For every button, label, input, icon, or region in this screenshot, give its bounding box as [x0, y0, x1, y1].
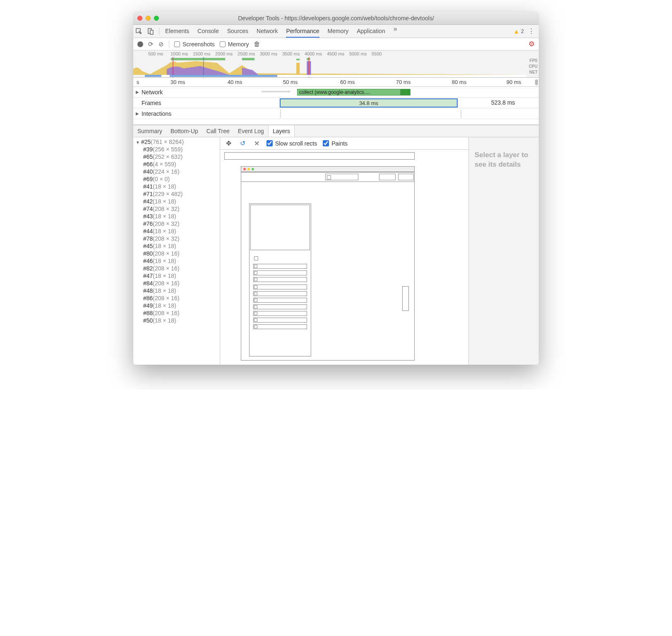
layer-tree-item[interactable]: #49(18 × 18): [133, 302, 220, 309]
screenshots-input[interactable]: [174, 41, 180, 47]
layer-tree-item[interactable]: #42(18 × 18): [133, 198, 220, 205]
screenshots-checkbox[interactable]: Screenshots: [174, 41, 215, 48]
frames-track[interactable]: ▶ Frames 34.8 ms 523.8 ms: [133, 98, 539, 108]
maximize-icon[interactable]: [154, 16, 159, 21]
layer-tree-item[interactable]: #25(761 × 8264): [133, 138, 220, 146]
panel-tabs: Elements Console Sources Network Perform…: [165, 25, 514, 38]
network-request[interactable]: collect (www.google-analytics.…: [297, 89, 401, 96]
expand-icon[interactable]: ▶: [135, 90, 140, 94]
expand-icon[interactable]: ▶: [135, 111, 140, 116]
kebab-menu-icon[interactable]: ⋮: [528, 27, 535, 35]
viz-canvas[interactable]: [220, 150, 468, 365]
frame-item[interactable]: 34.8 ms: [280, 98, 458, 108]
layer-tree-item[interactable]: #45(18 × 18): [133, 242, 220, 250]
layer-tree-item[interactable]: #78(208 × 32): [133, 235, 220, 242]
tab-layers[interactable]: Layers: [268, 125, 295, 137]
memory-input[interactable]: [220, 41, 226, 47]
layer-tree-item[interactable]: #69(0 × 0): [133, 175, 220, 183]
layer-tree-item[interactable]: #50(18 × 18): [133, 317, 220, 324]
network-request-tail[interactable]: [401, 89, 410, 96]
ruler-tick: 80 ms: [452, 79, 466, 85]
layer-detail-pane: Select a layer to see its details: [468, 137, 539, 365]
ruler-tick: 90 ms: [506, 79, 521, 85]
svg-rect-3: [171, 58, 225, 60]
flamechart-ruler[interactable]: s 30 ms 40 ms 50 ms 60 ms 70 ms 80 ms 90…: [133, 78, 539, 87]
tab-sources[interactable]: Sources: [227, 25, 248, 38]
record-icon[interactable]: [137, 41, 143, 47]
tab-summary[interactable]: Summary: [133, 125, 166, 137]
tab-elements[interactable]: Elements: [165, 25, 189, 38]
fps-label: FPS: [529, 58, 538, 64]
settings-gear-icon[interactable]: ⚙: [528, 40, 535, 48]
layer-tree-item[interactable]: #44(18 × 18): [133, 227, 220, 235]
reset-icon[interactable]: ⤧: [252, 139, 261, 147]
pan-icon[interactable]: ✥: [224, 139, 233, 147]
warning-count: 2: [521, 28, 524, 34]
tab-call-tree[interactable]: Call Tree: [202, 125, 234, 137]
detail-message: Select a layer to see its details: [475, 151, 533, 170]
layers-panel: #25(761 × 8264)#39(256 × 559)#65(252 × 6…: [133, 137, 539, 365]
trash-icon[interactable]: 🗑: [254, 41, 260, 48]
rotate-icon[interactable]: ↺: [238, 139, 247, 147]
overview-net-lane: [145, 75, 526, 77]
main-toolbar: Elements Console Sources Network Perform…: [133, 25, 539, 38]
close-icon[interactable]: [137, 16, 142, 21]
ruler-tick: 60 ms: [340, 79, 355, 85]
layer-tree-item[interactable]: #41(18 × 18): [133, 183, 220, 190]
layer-tree-item[interactable]: #65(252 × 632): [133, 153, 220, 160]
tab-performance[interactable]: Performance: [286, 25, 319, 38]
layer-tree-item[interactable]: #47(18 × 18): [133, 272, 220, 280]
layer-tree-item[interactable]: #74(208 × 32): [133, 205, 220, 213]
layer-tree-item[interactable]: #43(18 × 18): [133, 213, 220, 220]
device-icon[interactable]: [145, 28, 156, 35]
ruler-tick: 30 ms: [170, 79, 185, 85]
paints-label: Paints: [331, 140, 348, 147]
tab-memory[interactable]: Memory: [328, 25, 349, 38]
more-tabs-icon[interactable]: »: [394, 25, 397, 38]
layer-tree-item[interactable]: #82(208 × 16): [133, 265, 220, 272]
layer-tree-item[interactable]: #71(229 × 482): [133, 190, 220, 198]
tab-event-log[interactable]: Event Log: [234, 125, 268, 137]
minimize-icon[interactable]: [146, 16, 151, 21]
layer-tree-item[interactable]: #40(224 × 16): [133, 168, 220, 175]
layer-tree-item[interactable]: #46(18 × 18): [133, 257, 220, 265]
layer-tree-item[interactable]: #66(4 × 559): [133, 160, 220, 168]
overview-pane[interactable]: 500 ms1000 ms1500 ms2000 ms2500 ms3000 m…: [133, 50, 539, 78]
clear-icon[interactable]: ⊘: [158, 41, 164, 48]
ruler-tick: 50 ms: [283, 79, 298, 85]
layer-tree-item[interactable]: #39(256 × 559): [133, 146, 220, 153]
ruler-tick: s: [137, 79, 139, 85]
network-track[interactable]: ▶ Network collect (www.google-analytics.…: [133, 87, 539, 98]
layer-tree-item[interactable]: #88(208 × 16): [133, 309, 220, 317]
ruler-tick: 70 ms: [396, 79, 410, 85]
interactions-track[interactable]: ▶ Interactions: [133, 108, 539, 119]
layer-tree-item[interactable]: #86(208 × 16): [133, 294, 220, 302]
tab-console[interactable]: Console: [197, 25, 218, 38]
reload-icon[interactable]: ⟳: [148, 41, 154, 48]
svg-rect-4: [242, 58, 254, 60]
memory-checkbox[interactable]: Memory: [220, 41, 249, 48]
tab-bottom-up[interactable]: Bottom-Up: [166, 125, 202, 137]
slow-scroll-input[interactable]: [266, 140, 273, 146]
layer-tree[interactable]: #25(761 × 8264)#39(256 × 559)#65(252 × 6…: [133, 137, 220, 365]
warning-icon: ▲: [514, 28, 519, 35]
layer-tree-item[interactable]: #80(208 × 16): [133, 250, 220, 257]
paints-input[interactable]: [323, 140, 329, 146]
overview-lane-labels: FPS CPU NET: [529, 58, 538, 75]
net-label: NET: [529, 69, 538, 75]
layer-tree-item[interactable]: #48(18 × 18): [133, 287, 220, 294]
layer-tree-item[interactable]: #76(208 × 32): [133, 220, 220, 227]
scroll-indicator[interactable]: [535, 79, 538, 85]
overview-chart[interactable]: [133, 57, 526, 77]
slow-scroll-checkbox[interactable]: Slow scroll rects: [266, 140, 317, 147]
tab-network[interactable]: Network: [257, 25, 278, 38]
tab-application[interactable]: Application: [357, 25, 385, 38]
paints-checkbox[interactable]: Paints: [323, 140, 348, 147]
warning-badge[interactable]: ▲ 2: [514, 28, 524, 35]
track-label: Frames: [142, 100, 161, 106]
inspect-icon[interactable]: [133, 28, 145, 35]
track-label: Interactions: [142, 110, 171, 117]
titlebar: Developer Tools - https://developers.goo…: [133, 12, 539, 25]
performance-toolbar: ⟳ ⊘ Screenshots Memory 🗑 ⚙: [133, 38, 539, 50]
layer-tree-item[interactable]: #84(208 × 16): [133, 280, 220, 287]
